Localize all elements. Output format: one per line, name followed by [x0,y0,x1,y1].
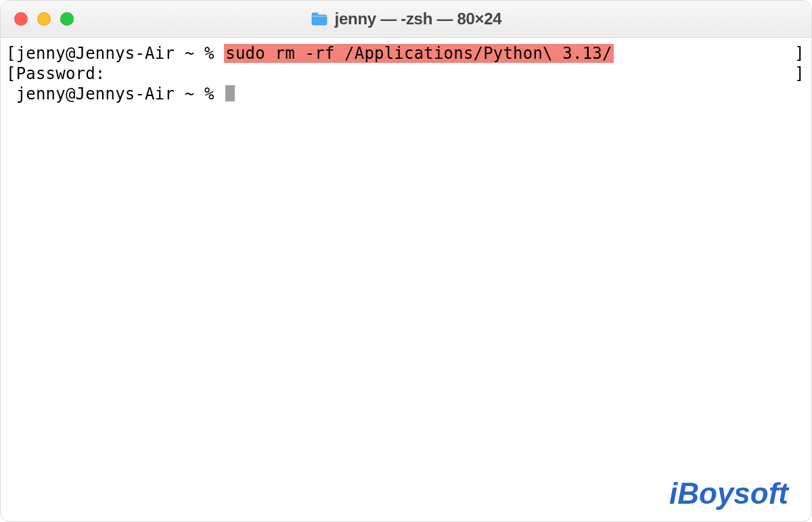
line1-prefix: [ [6,44,16,63]
terminal-line-2: [Password: [6,64,806,84]
terminal-line-3: jenny@Jennys-Air ~ % [6,84,806,104]
window-titlebar: jenny — -zsh — 80×24 [1,1,811,38]
right-brackets: ] ] [794,43,805,84]
close-icon[interactable] [14,12,28,26]
minimize-icon[interactable] [37,12,51,26]
line2-prefix: [ [6,64,16,83]
terminal-body[interactable]: [jenny@Jennys-Air ~ % sudo rm -rf /Appli… [1,38,811,104]
folder-icon [311,11,328,26]
terminal-window: jenny — -zsh — 80×24 [jenny@Jennys-Air ~… [0,0,812,522]
watermark-text: iBoysoft [669,477,788,511]
cursor-icon [225,85,235,101]
traffic-lights [14,12,74,26]
password-label: Password: [16,64,106,83]
terminal-line-1: [jenny@Jennys-Air ~ % sudo rm -rf /Appli… [6,43,806,64]
svg-rect-0 [312,16,327,17]
prompt-1: jenny@Jennys-Air ~ % [16,44,225,63]
bracket-1: ] [794,43,805,64]
watermark-logo: iBoysoft [669,477,788,511]
command-highlight: sudo rm -rf /Applications/Python\ 3.13/ [224,44,613,63]
bracket-2: ] [794,64,805,84]
prompt-2: jenny@Jennys-Air ~ % [6,85,224,103]
window-title-text: jenny — -zsh — 80×24 [335,9,502,28]
zoom-icon[interactable] [60,12,74,26]
window-title: jenny — -zsh — 80×24 [311,9,502,28]
